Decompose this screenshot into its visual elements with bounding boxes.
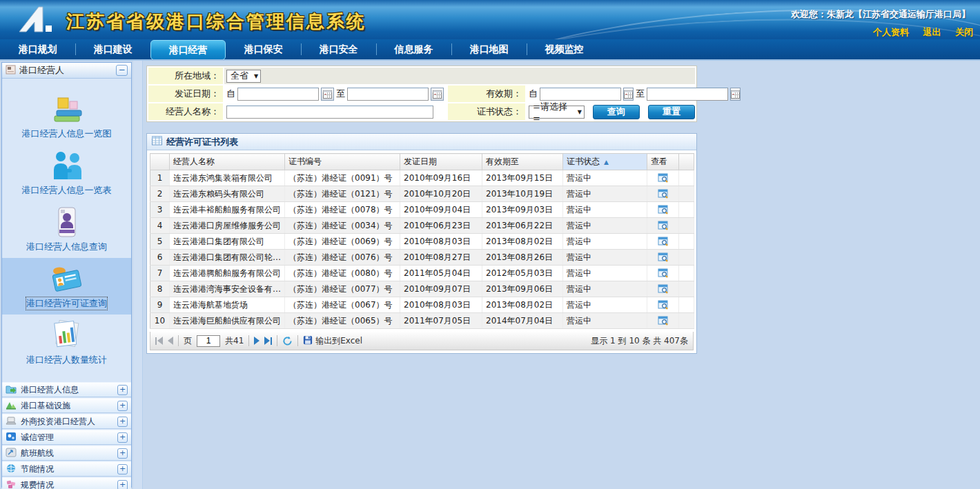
profile-link[interactable]: 个人资料 <box>873 27 909 37</box>
sidebar-section-infrastructure[interactable]: 港口基础设施 + <box>2 398 131 413</box>
panel-header: 经营许可证书列表 <box>147 134 696 150</box>
sidebar-item-operator-info-query[interactable]: 港口经营人信息查询 <box>2 201 131 258</box>
table-row[interactable]: 1 连云港东鸿集装箱有限公司 （苏连）港经证（0091）号 2010年09月16… <box>150 170 694 186</box>
view-detail-icon[interactable] <box>647 313 679 329</box>
expand-section-button[interactable]: + <box>117 432 128 443</box>
refresh-icon[interactable] <box>282 336 293 346</box>
table-row[interactable]: 10 连云港海巨船舶供应有限公司 （苏连）港经证（0065）号 2011年07月… <box>150 313 694 329</box>
tab-port-construction[interactable]: 港口建设 <box>75 39 150 59</box>
tab-info-service[interactable]: 信息服务 <box>376 39 451 59</box>
sidebar-section-fees[interactable]: 规费情况 + <box>2 477 131 489</box>
sidebar-section-label: 诚信管理 <box>21 432 113 443</box>
view-detail-icon[interactable] <box>647 170 679 186</box>
last-page-button[interactable] <box>264 337 272 345</box>
collapse-panel-button[interactable]: − <box>116 65 128 76</box>
sidebar-item-label: 港口经营人数量统计 <box>26 354 107 366</box>
table-row[interactable]: 9 连云港海航基地货场 （苏连）港经证（0067）号 2010年08月03日 2… <box>150 297 694 313</box>
cell-issue-date: 2010年09月07日 <box>400 281 482 297</box>
table-row[interactable]: 4 连云港港口房屋维修服务公司 （苏连）港经证（0034）号 2010年06月2… <box>150 218 694 234</box>
view-detail-icon[interactable] <box>647 281 679 297</box>
sidebar-item-operator-statistics[interactable]: 港口经营人数量统计 <box>2 315 131 371</box>
view-detail-icon[interactable] <box>647 218 679 234</box>
certificate-list-panel: 经营许可证书列表 经营人名称 证书编号 发证日期 有效期至 <box>146 133 697 354</box>
sidebar-section-flight-routes[interactable]: 航班航线 + <box>2 446 131 461</box>
view-detail-icon[interactable] <box>647 266 679 281</box>
issue-date-to-input[interactable] <box>347 88 429 101</box>
validity-from-input[interactable] <box>540 88 621 101</box>
table-row[interactable]: 2 连云港东粮码头有限公司 （苏连）港经证（0121）号 2010年10月20日… <box>150 186 694 202</box>
app-banner: 江苏省省级港口综合管理信息系统 欢迎您：朱新龙【江苏省交通运输厅港口局】 个人资… <box>0 0 980 39</box>
tab-port-operation[interactable]: 港口经营 <box>150 40 226 60</box>
sidebar-item-label: 港口经营许可证查询 <box>26 297 108 310</box>
tab-port-security[interactable]: 港口保安 <box>226 39 301 59</box>
validity-to-input[interactable] <box>647 88 728 101</box>
col-operator-name[interactable]: 经营人名称 <box>170 154 285 170</box>
tab-port-safety[interactable]: 港口安全 <box>301 39 376 59</box>
export-excel-button[interactable]: 输出到Excel <box>303 335 362 347</box>
tab-port-map[interactable]: 港口地图 <box>451 39 527 59</box>
expand-section-button[interactable]: + <box>117 464 128 475</box>
table-row[interactable]: 8 连云港港湾海事安全设备有限... （苏连）港经证（0077）号 2010年0… <box>150 281 694 297</box>
sidebar-item-operator-overview-chart[interactable]: 港口经营人信息一览图 <box>2 88 131 145</box>
col-valid-until[interactable]: 有效期至 <box>482 154 563 170</box>
logout-link[interactable]: 退出 <box>923 27 941 37</box>
col-cert-number[interactable]: 证书编号 <box>285 154 400 170</box>
cell-valid-until: 2013年10月19日 <box>482 186 563 202</box>
grid-wrap: 经营人名称 证书编号 发证日期 有效期至 证书状态▲ 查看 1 连云港东鸿集装箱… <box>147 150 696 332</box>
col-cert-status[interactable]: 证书状态▲ <box>563 154 647 170</box>
table-row[interactable]: 3 连云港丰裕船舶服务有限公司 （苏连）港经证（0078）号 2010年09月0… <box>150 202 694 218</box>
calendar-icon[interactable] <box>730 88 741 101</box>
sidebar-section-label: 航班航线 <box>21 448 113 459</box>
sidebar-item-label: 港口经营人信息查询 <box>26 241 107 253</box>
region-select[interactable]: 全省▼ <box>226 70 261 83</box>
app-logo-icon <box>15 4 61 36</box>
view-detail-icon[interactable] <box>647 297 679 313</box>
sidebar-panel-header[interactable]: 港口经营人 − <box>2 63 131 79</box>
expand-section-button[interactable]: + <box>117 385 128 395</box>
cert-status-label: 证书状态： <box>448 103 525 120</box>
sidebar-section-energy-saving[interactable]: 节能情况 + <box>2 461 131 477</box>
cert-status-select[interactable]: =请选择=▼ <box>529 106 585 119</box>
issue-date-from-input[interactable] <box>237 88 319 101</box>
col-view[interactable]: 查看 <box>647 154 679 170</box>
expand-section-button[interactable]: + <box>117 401 128 411</box>
view-detail-icon[interactable] <box>647 250 679 266</box>
cell-cert-status: 营运中 <box>563 313 647 329</box>
expand-section-button[interactable]: + <box>117 480 128 489</box>
sidebar-item-operator-overview-table[interactable]: 港口经营人信息一览表 <box>2 145 131 201</box>
operator-name-input[interactable] <box>226 106 433 119</box>
sidebar-item-license-query[interactable]: 港口经营许可证查询 <box>2 258 131 315</box>
expand-section-button[interactable]: + <box>117 417 128 427</box>
prev-page-button[interactable] <box>168 337 173 345</box>
query-button[interactable]: 查询 <box>593 105 640 119</box>
first-page-button[interactable] <box>155 337 163 345</box>
sort-asc-icon: ▲ <box>604 159 609 166</box>
table-row[interactable]: 6 连云港港口集团有限公司轮驳... （苏连）港经证（0076）号 2010年0… <box>150 250 694 266</box>
sidebar-section-operator-info[interactable]: 港口经营人信息 + <box>2 382 131 397</box>
tab-video-monitor[interactable]: 视频监控 <box>527 39 602 59</box>
sidebar-section-foreign-investors[interactable]: 外商投资港口经营人 + <box>2 414 131 429</box>
view-detail-icon[interactable] <box>647 186 679 202</box>
calendar-icon[interactable] <box>431 88 444 101</box>
id-card-icon <box>49 207 85 237</box>
table-row[interactable]: 7 连云港港腾船舶服务有限公司 （苏连）港经证（0080）号 2011年05月0… <box>150 266 694 281</box>
sidebar-splitter[interactable] <box>133 61 143 489</box>
view-detail-icon[interactable] <box>647 234 679 250</box>
cell-issue-date: 2010年09月16日 <box>400 170 482 186</box>
reset-button[interactable]: 重置 <box>648 105 695 119</box>
sidebar-item-label: 港口经营人信息一览图 <box>22 128 112 140</box>
next-page-button[interactable] <box>254 337 259 345</box>
page-number-input[interactable] <box>197 335 220 347</box>
laptop-icon <box>6 416 17 428</box>
sidebar-item-label: 港口经营人信息一览表 <box>22 184 112 197</box>
calendar-icon[interactable] <box>623 88 634 101</box>
sidebar-section-integrity-mgmt[interactable]: 诚信管理 + <box>2 430 131 445</box>
cell-cert-status: 营运中 <box>563 234 647 250</box>
close-link[interactable]: 关闭 <box>955 27 973 37</box>
calendar-icon[interactable] <box>321 88 334 101</box>
table-row[interactable]: 5 连云港港口集团有限公司 （苏连）港经证（0069）号 2010年08月03日… <box>150 234 694 250</box>
col-issue-date[interactable]: 发证日期 <box>400 154 482 170</box>
view-detail-icon[interactable] <box>647 202 679 218</box>
tab-port-planning[interactable]: 港口规划 <box>0 39 75 59</box>
expand-section-button[interactable]: + <box>117 448 128 459</box>
